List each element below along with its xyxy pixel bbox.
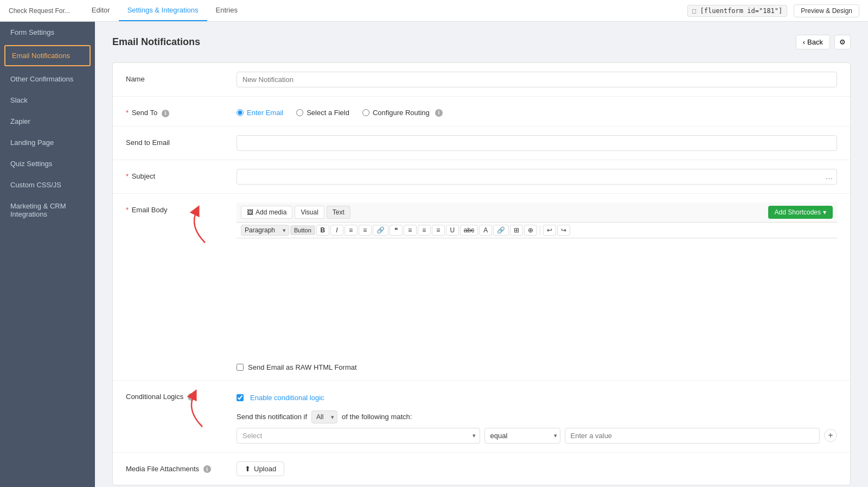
send-if-row: Send this notification if All of the fol… [237, 410, 837, 423]
toolbar-table[interactable]: ⊞ [510, 225, 523, 236]
media-file-label: Media File Attachments i [126, 461, 224, 473]
shortcode-badge: ⬚ [fluentform id="181"] [687, 5, 787, 17]
name-input[interactable] [237, 72, 837, 87]
toolbar-ol[interactable]: ≡ [359, 225, 372, 236]
enable-logic-label[interactable]: Enable conditional logic [250, 394, 324, 402]
condition-field-select-wrapper: Select [237, 428, 480, 444]
header-actions: ‹ Back ⚙ [796, 35, 851, 49]
required-mark: * [126, 109, 129, 117]
sidebar-item-marketing-crm[interactable]: Marketing & CRM Integrations [0, 195, 95, 225]
top-nav-right: ⬚ [fluentform id="181"] Preview & Design [687, 4, 859, 17]
toolbar-underline[interactable]: U [446, 225, 459, 236]
subject-input-wrapper: ... [237, 169, 837, 185]
toolbar-text-color[interactable]: A [479, 225, 492, 236]
add-condition-button[interactable]: + [824, 429, 837, 442]
preview-design-button[interactable]: Preview & Design [794, 4, 859, 17]
all-select-wrapper: All [311, 410, 337, 423]
toolbar-redo[interactable]: ↪ [557, 225, 570, 236]
app-title: Check Request For... [9, 7, 70, 15]
toolbar-special[interactable]: ⊕ [524, 225, 537, 236]
toolbar-link[interactable]: 🔗 [373, 225, 388, 236]
toolbar-ul[interactable]: ≡ [344, 225, 358, 236]
visual-tab-button[interactable]: Visual [295, 206, 324, 219]
tab-editor[interactable]: Editor [83, 0, 119, 21]
raw-html-checkbox[interactable] [237, 364, 244, 371]
conditional-logics-info-icon[interactable]: i [188, 393, 195, 401]
form-row-name: Name [113, 63, 850, 97]
chevron-down-icon: ▾ [823, 208, 826, 216]
nav-tabs: Editor Settings & Integrations Entries [83, 0, 246, 21]
send-to-email-input[interactable] [237, 135, 837, 151]
sidebar: Form Settings Email Notifications Other … [0, 22, 95, 487]
name-label: Name [126, 72, 224, 83]
form-row-conditional-logics: Conditional Logics i [113, 381, 850, 453]
required-mark-body: * [126, 206, 129, 214]
condition-field-select[interactable]: Select [237, 428, 480, 444]
sidebar-item-slack[interactable]: Slack [0, 90, 95, 111]
sidebar-item-email-notifications[interactable]: Email Notifications [4, 45, 91, 66]
sidebar-item-other-confirmations[interactable]: Other Confirmations [0, 68, 95, 90]
top-nav: Check Request For... Editor Settings & I… [0, 0, 868, 22]
subject-input[interactable] [237, 169, 837, 185]
form-row-subject: * Subject ... [113, 160, 850, 194]
subject-dots[interactable]: ... [826, 172, 833, 181]
editor-top-bar: 🖼 Add media Visual Text Add Shortcodes ▾ [237, 203, 837, 223]
send-to-email-label: Send to Email [126, 135, 224, 147]
enable-logic-checkbox[interactable] [237, 394, 244, 401]
email-body-field: 🖼 Add media Visual Text Add Shortcodes ▾ [237, 203, 837, 371]
toolbar-align-left[interactable]: ≡ [404, 225, 417, 236]
radio-select-field[interactable]: Select a Field [296, 109, 349, 117]
settings-icon-button[interactable]: ⚙ [834, 35, 851, 49]
all-select[interactable]: All [311, 410, 337, 423]
toolbar-button-btn[interactable]: Button [290, 225, 315, 235]
add-media-button[interactable]: 🖼 Add media [241, 206, 292, 219]
toolbar-bold[interactable]: B [316, 225, 329, 236]
media-file-info-icon[interactable]: i [203, 465, 211, 473]
configure-routing-info-icon[interactable]: i [435, 109, 443, 117]
sidebar-item-zapier[interactable]: Zapier [0, 111, 95, 132]
conditional-logics-field: Enable conditional logic Send this notif… [237, 389, 837, 444]
form-section: Name * Send To i Enter Email [112, 62, 851, 485]
send-to-info-icon[interactable]: i [162, 110, 169, 117]
editor-toolbar: Paragraph Button B I ≡ ≡ 🔗 ❝ ≡ ≡ ≡ U [237, 223, 837, 238]
sidebar-item-form-settings[interactable]: Form Settings [0, 22, 95, 43]
raw-html-label[interactable]: Send Email as RAW HTML Format [248, 363, 357, 371]
toolbar-italic[interactable]: I [330, 225, 343, 236]
toolbar-strikethrough[interactable]: abc [460, 225, 478, 236]
back-button[interactable]: ‹ Back [796, 35, 830, 49]
toolbar-align-center[interactable]: ≡ [418, 225, 431, 236]
tab-entries[interactable]: Entries [207, 0, 246, 21]
condition-operator-select-wrapper: equal [484, 428, 560, 444]
condition-operator-select[interactable]: equal [484, 428, 560, 444]
toolbar-blockquote[interactable]: ❝ [390, 225, 403, 236]
radio-configure-routing[interactable]: Configure Routing i [362, 109, 443, 117]
sidebar-item-landing-page[interactable]: Landing Page [0, 132, 95, 153]
email-body-label: * Email Body [126, 203, 224, 214]
add-shortcodes-button[interactable]: Add Shortcodes ▾ [768, 206, 833, 219]
send-to-radio-group: Enter Email Select a Field Configure Rou… [237, 105, 837, 117]
sidebar-item-quiz-settings[interactable]: Quiz Settings [0, 153, 95, 174]
toolbar-separator [540, 225, 540, 235]
editor-top-bar-left: 🖼 Add media Visual Text [241, 206, 350, 219]
send-to-email-field [237, 135, 837, 151]
media-icon: 🖼 [247, 208, 253, 216]
text-tab-button[interactable]: Text [327, 206, 350, 219]
sidebar-item-custom-css-js[interactable]: Custom CSS/JS [0, 174, 95, 195]
toolbar-more-link[interactable]: 🔗 [493, 225, 509, 236]
main-content: Email Notifications ‹ Back ⚙ Name [95, 22, 868, 487]
tab-settings-integrations[interactable]: Settings & Integrations [119, 0, 207, 21]
toolbar-undo[interactable]: ↩ [543, 225, 556, 236]
form-row-send-to-email: Send to Email [113, 127, 850, 160]
editor-area[interactable] [237, 238, 837, 358]
paragraph-select-wrapper: Paragraph [241, 225, 289, 236]
upload-button[interactable]: ⬆ Upload [237, 461, 284, 476]
condition-value-input[interactable] [565, 428, 820, 444]
toolbar-align-right[interactable]: ≡ [432, 225, 445, 236]
paragraph-select[interactable]: Paragraph [241, 225, 289, 236]
required-mark-subject: * [126, 172, 129, 180]
page-title: Email Notifications [112, 36, 200, 48]
subject-field: ... [237, 169, 837, 185]
conditional-logics-label: Conditional Logics i [126, 389, 224, 401]
raw-html-row: Send Email as RAW HTML Format [237, 358, 837, 371]
radio-enter-email[interactable]: Enter Email [237, 109, 283, 117]
